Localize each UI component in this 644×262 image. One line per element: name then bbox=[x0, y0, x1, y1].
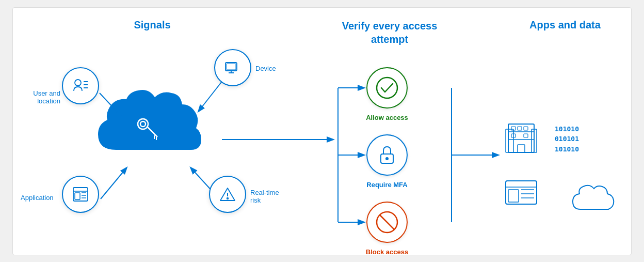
svg-line-36 bbox=[380, 215, 394, 229]
svg-rect-42 bbox=[518, 145, 525, 152]
svg-point-16 bbox=[75, 80, 81, 86]
title-verify: Verify every access attempt bbox=[333, 19, 446, 46]
svg-rect-26 bbox=[75, 193, 80, 199]
svg-point-34 bbox=[385, 157, 389, 160]
building-icon-container bbox=[503, 116, 539, 160]
svg-rect-45 bbox=[524, 127, 528, 130]
svg-point-1 bbox=[140, 121, 146, 127]
block-access-label: Block access bbox=[363, 248, 411, 255]
title-apps: Apps and data bbox=[508, 19, 622, 31]
svg-line-7 bbox=[101, 168, 126, 199]
diagram-container: Signals Verify every access attempt Apps… bbox=[12, 7, 632, 255]
svg-rect-50 bbox=[508, 190, 519, 202]
block-access-circle bbox=[366, 202, 408, 243]
svg-line-5 bbox=[100, 93, 121, 116]
svg-rect-44 bbox=[518, 127, 522, 130]
require-mfa-icon bbox=[376, 144, 398, 166]
application-label: Application bbox=[21, 194, 54, 202]
device-label: Device bbox=[255, 65, 276, 72]
user-location-circle bbox=[62, 67, 99, 104]
allow-access-icon bbox=[376, 76, 398, 99]
allow-access-label: Allow access bbox=[364, 114, 410, 121]
svg-rect-24 bbox=[73, 188, 88, 201]
application-circle bbox=[62, 176, 99, 213]
svg-rect-23 bbox=[227, 64, 236, 70]
cloud-storage-icon bbox=[570, 183, 617, 214]
user-location-icon bbox=[71, 76, 90, 95]
svg-point-31 bbox=[227, 197, 229, 199]
cloud-icon-container bbox=[570, 183, 617, 217]
binary-data: 101010010101101010 bbox=[555, 124, 579, 155]
require-mfa-circle bbox=[366, 134, 408, 176]
realtime-risk-circle bbox=[209, 176, 246, 213]
svg-rect-38 bbox=[506, 129, 513, 152]
device-icon bbox=[223, 58, 242, 77]
svg-rect-48 bbox=[506, 181, 537, 204]
dashboard-icon-container bbox=[503, 178, 539, 209]
svg-point-32 bbox=[377, 78, 397, 98]
svg-point-0 bbox=[138, 119, 148, 129]
realtime-risk-label: Real-timerisk bbox=[250, 189, 279, 204]
device-circle bbox=[214, 49, 251, 86]
svg-line-2 bbox=[147, 127, 157, 137]
svg-rect-37 bbox=[508, 124, 534, 152]
allow-access-circle bbox=[366, 67, 408, 109]
block-access-icon bbox=[376, 211, 398, 234]
require-mfa-label: Require MFA bbox=[364, 181, 410, 189]
svg-rect-47 bbox=[524, 134, 528, 137]
application-icon bbox=[71, 185, 90, 204]
building-icon bbox=[503, 116, 539, 158]
title-signals: Signals bbox=[65, 19, 240, 31]
realtime-risk-icon bbox=[218, 185, 237, 204]
user-location-label: User andlocation bbox=[23, 89, 60, 105]
dashboard-icon bbox=[503, 178, 539, 207]
